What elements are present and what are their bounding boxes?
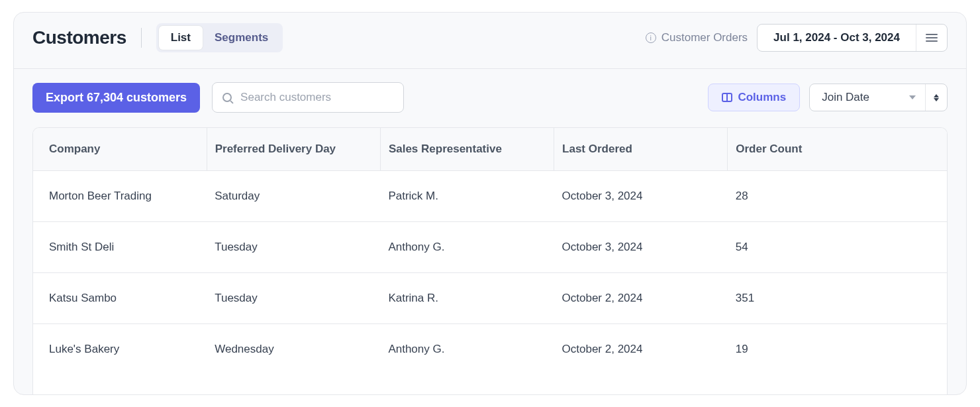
- sort-dropdown[interactable]: Join Date: [810, 84, 925, 111]
- cell-day: Tuesday: [207, 222, 380, 273]
- col-order-count[interactable]: Order Count: [728, 128, 947, 171]
- export-button[interactable]: Export 67,304 customers: [32, 83, 200, 113]
- chevron-down-icon: [909, 95, 916, 99]
- cell-last: October 2, 2024: [554, 273, 728, 324]
- customers-panel: Customers List Segments i Customer Order…: [13, 12, 967, 395]
- cell-last: October 2, 2024: [554, 324, 728, 375]
- columns-button[interactable]: Columns: [708, 84, 800, 111]
- toolbar-right: Columns Join Date: [708, 84, 948, 111]
- tab-list[interactable]: List: [159, 26, 203, 50]
- view-tabs: List Segments: [156, 23, 283, 52]
- cell-company: Morton Beer Trading: [33, 171, 207, 222]
- orders-meta: i Customer Orders: [646, 31, 748, 44]
- cell-day: Tuesday: [207, 273, 380, 324]
- search-input[interactable]: [212, 82, 404, 113]
- date-range-control: Jul 1, 2024 - Oct 3, 2024: [757, 24, 948, 52]
- date-range-menu-button[interactable]: [916, 25, 947, 51]
- cell-last: October 3, 2024: [554, 171, 728, 222]
- orders-label: Customer Orders: [662, 31, 748, 44]
- columns-icon: [722, 93, 732, 102]
- date-range-button[interactable]: Jul 1, 2024 - Oct 3, 2024: [758, 25, 916, 51]
- table-row[interactable]: Luke's BakeryWednesdayAnthony G.October …: [33, 324, 947, 375]
- cell-rep: Patrick M.: [380, 171, 554, 222]
- cell-day: Saturday: [207, 171, 380, 222]
- sort-label-text: Join Date: [822, 91, 869, 104]
- cell-count: 351: [728, 273, 947, 324]
- list-icon: [926, 34, 938, 42]
- customers-table: Company Preferred Delivery Day Sales Rep…: [33, 128, 947, 375]
- cell-rep: Anthony G.: [380, 324, 554, 375]
- cell-last: October 3, 2024: [554, 222, 728, 273]
- cell-day: Wednesday: [207, 324, 380, 375]
- panel-header: Customers List Segments i Customer Order…: [14, 13, 966, 69]
- cell-count: 54: [728, 222, 947, 273]
- sort-down-icon: [934, 98, 939, 101]
- search-wrap: [212, 82, 404, 113]
- divider: [141, 28, 142, 48]
- table-header-row: Company Preferred Delivery Day Sales Rep…: [33, 128, 947, 171]
- header-right: i Customer Orders Jul 1, 2024 - Oct 3, 2…: [646, 24, 948, 52]
- search-icon: [222, 93, 232, 102]
- table-row[interactable]: Smith St DeliTuesdayAnthony G.October 3,…: [33, 222, 947, 273]
- customers-table-wrap: Company Preferred Delivery Day Sales Rep…: [32, 127, 948, 394]
- col-last-ordered[interactable]: Last Ordered: [554, 128, 728, 171]
- info-icon: i: [646, 32, 656, 43]
- col-delivery-day[interactable]: Preferred Delivery Day: [207, 128, 380, 171]
- cell-count: 28: [728, 171, 947, 222]
- table-row[interactable]: Katsu SamboTuesdayKatrina R.October 2, 2…: [33, 273, 947, 324]
- cell-company: Katsu Sambo: [33, 273, 207, 324]
- cell-company: Luke's Bakery: [33, 324, 207, 375]
- cell-rep: Katrina R.: [380, 273, 554, 324]
- sort-control: Join Date: [809, 84, 948, 111]
- sort-up-icon: [934, 94, 939, 97]
- tab-segments[interactable]: Segments: [203, 26, 280, 50]
- col-company[interactable]: Company: [33, 128, 207, 171]
- cell-rep: Anthony G.: [380, 222, 554, 273]
- col-sales-rep[interactable]: Sales Representative: [380, 128, 554, 171]
- cell-count: 19: [728, 324, 947, 375]
- sort-direction-button[interactable]: [925, 84, 947, 111]
- page-title: Customers: [32, 27, 126, 48]
- columns-label: Columns: [738, 91, 786, 104]
- toolbar: Export 67,304 customers Columns Join Dat…: [14, 69, 966, 127]
- cell-company: Smith St Deli: [33, 222, 207, 273]
- table-row[interactable]: Morton Beer TradingSaturdayPatrick M.Oct…: [33, 171, 947, 222]
